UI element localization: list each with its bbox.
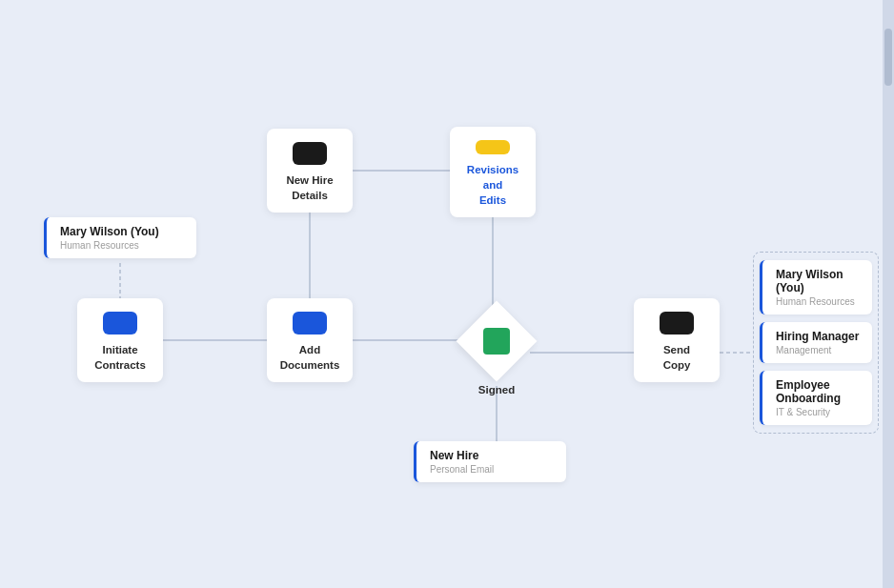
person-card-mary-left: Mary Wilson (You) Human Resources: [44, 217, 196, 258]
person-role-mary-left: Human Resources: [60, 240, 185, 251]
signed-label: Signed: [463, 384, 530, 395]
revisions-edits-label: RevisionsandEdits: [467, 162, 518, 208]
person-name-mary-left: Mary Wilson (You): [60, 225, 185, 238]
initiate-contracts-icon: [103, 312, 137, 335]
node-initiate-contracts[interactable]: InitiateContracts: [77, 298, 163, 382]
person-role-hiring-manager: Management: [776, 345, 861, 355]
send-copy-label: SendCopy: [663, 342, 691, 373]
node-add-documents[interactable]: AddDocuments: [267, 298, 353, 382]
add-documents-label: AddDocuments: [280, 342, 340, 373]
person-card-new-hire-bottom: New Hire Personal Email: [414, 441, 566, 482]
person-card-hiring-manager: Hiring Manager Management: [760, 322, 872, 363]
initiate-contracts-label: InitiateContracts: [94, 342, 146, 373]
right-person-group: Mary Wilson (You) Human Resources Hiring…: [753, 252, 879, 434]
node-new-hire-details[interactable]: New HireDetails: [267, 129, 353, 213]
person-role-employee-onboarding: IT & Security: [776, 407, 861, 417]
new-hire-bottom-name: New Hire: [430, 449, 555, 462]
canvas: Mary Wilson (You) Human Resources New Hi…: [0, 0, 894, 588]
new-hire-bottom-role: Personal Email: [430, 464, 555, 475]
person-name-employee-onboarding: Employee Onboarding: [776, 378, 861, 405]
add-documents-icon: [293, 312, 327, 335]
revisions-edits-icon: [476, 140, 510, 154]
scrollbar-thumb[interactable]: [884, 29, 892, 86]
person-name-mary-right: Mary Wilson (You): [776, 268, 861, 294]
node-send-copy[interactable]: SendCopy: [634, 298, 720, 382]
signed-diamond: [457, 301, 538, 382]
node-revisions-edits[interactable]: RevisionsandEdits: [450, 127, 536, 217]
person-role-mary-right: Human Resources: [776, 296, 861, 307]
node-signed-wrapper[interactable]: Signed: [463, 308, 530, 375]
new-hire-details-icon: [293, 142, 327, 165]
person-card-employee-onboarding: Employee Onboarding IT & Security: [760, 371, 872, 425]
person-name-hiring-manager: Hiring Manager: [776, 330, 861, 343]
new-hire-details-label: New HireDetails: [286, 172, 333, 203]
scrollbar[interactable]: [883, 0, 894, 588]
signed-icon: [483, 328, 510, 355]
send-copy-icon: [660, 312, 694, 335]
person-card-mary-right: Mary Wilson (You) Human Resources: [760, 260, 872, 314]
